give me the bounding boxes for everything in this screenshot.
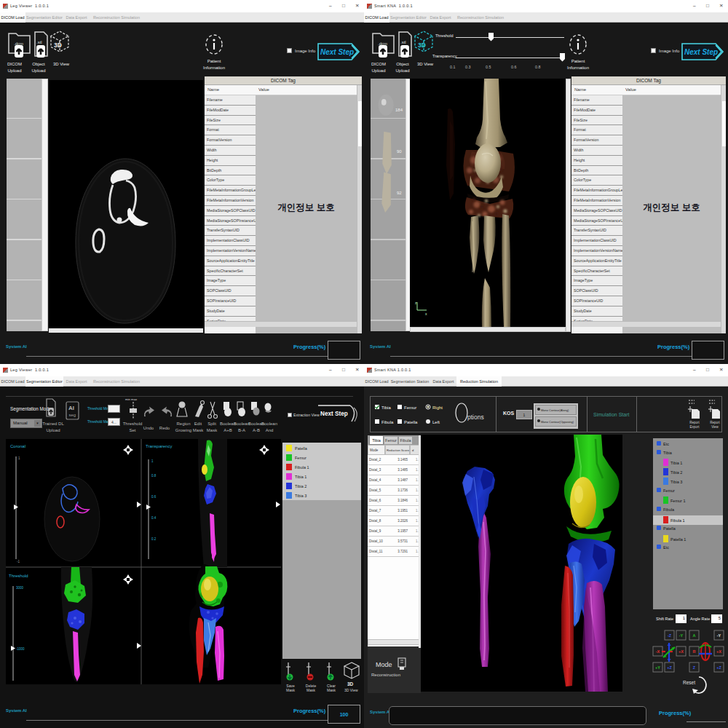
svg-text:x: x	[425, 312, 427, 316]
svg-text:Mask: Mask	[286, 688, 295, 692]
svg-text:3000: 3000	[16, 586, 24, 590]
svg-text:-Y: -Y	[679, 633, 684, 638]
svg-text:Etc: Etc	[663, 545, 669, 550]
svg-text:A: A	[693, 633, 696, 638]
svg-text:Tibia 1: Tibia 1	[295, 475, 306, 479]
svg-text:Patella 1: Patella 1	[670, 537, 686, 542]
svg-text:0.6: 0.6	[151, 495, 157, 499]
svg-text:Etc: Etc	[663, 442, 669, 446]
svg-text:Tibia 3: Tibia 3	[295, 494, 306, 498]
svg-text:+X: +X	[678, 649, 684, 654]
svg-text:1: 1	[151, 459, 154, 463]
svg-text:-Y: -Y	[717, 633, 721, 638]
svg-text:Femur: Femur	[404, 405, 416, 410]
svg-text:Next Step: Next Step	[320, 48, 354, 56]
svg-text:Mask: Mask	[306, 688, 315, 692]
svg-text:Export: Export	[689, 425, 700, 429]
svg-text:Tibia: Tibia	[663, 451, 673, 455]
svg-text:0.2: 0.2	[151, 537, 157, 541]
svg-text:Tibia 2: Tibia 2	[670, 470, 682, 475]
svg-text:Tibia 1: Tibia 1	[670, 461, 682, 465]
svg-text:Right: Right	[432, 405, 443, 410]
svg-text:Tibia 3: Tibia 3	[670, 480, 682, 484]
svg-text:Report: Report	[689, 421, 700, 424]
svg-text:Tibia: Tibia	[381, 405, 391, 410]
svg-text:Next Step: Next Step	[320, 411, 348, 417]
svg-text:seg: seg	[69, 413, 76, 417]
svg-text:ptions: ptions	[467, 414, 484, 421]
svg-text:Fibula: Fibula	[663, 507, 675, 512]
svg-text:Threshold: Threshold	[9, 574, 28, 578]
svg-text:Femur 1: Femur 1	[670, 499, 685, 503]
svg-text:3D: 3D	[347, 681, 354, 687]
svg-text:Coronal: Coronal	[10, 444, 25, 448]
svg-text:3D: 3D	[418, 41, 426, 49]
svg-text:-1000: -1000	[16, 647, 25, 651]
svg-text:Transparency: Transparency	[146, 444, 172, 448]
svg-text:3D View: 3D View	[344, 688, 358, 692]
svg-text:Patella: Patella	[404, 420, 418, 424]
svg-text:.stl: .stl	[400, 40, 406, 44]
svg-text:+Z: +Z	[716, 665, 721, 670]
svg-text:Fibula: Fibula	[381, 420, 394, 424]
svg-text:-X: -X	[656, 649, 660, 654]
svg-text:Next Step: Next Step	[684, 48, 718, 56]
svg-text:.stl: .stl	[36, 40, 42, 44]
svg-text:1: 1	[18, 456, 20, 460]
svg-text:+X: +X	[716, 649, 721, 654]
svg-text:3D: 3D	[54, 41, 62, 49]
svg-text:Tibia 2: Tibia 2	[295, 484, 306, 488]
svg-text:Patella: Patella	[663, 526, 676, 531]
svg-text:Femur: Femur	[663, 488, 675, 493]
svg-text:Left: Left	[432, 420, 440, 424]
svg-text:-1: -1	[17, 560, 20, 563]
svg-text:Femur: Femur	[295, 456, 306, 460]
svg-text:Patella: Patella	[295, 446, 308, 451]
svg-text:0.8: 0.8	[151, 474, 157, 478]
svg-text:Fibula 1: Fibula 1	[295, 465, 309, 470]
svg-text:AI: AI	[68, 405, 74, 411]
svg-text:0.4: 0.4	[151, 516, 157, 520]
svg-text:+Z: +Z	[667, 665, 672, 670]
svg-text:Fibula 1: Fibula 1	[670, 518, 685, 523]
svg-text:-Z: -Z	[668, 633, 672, 638]
svg-text:Report: Report	[710, 421, 720, 424]
svg-text:Mask: Mask	[327, 688, 336, 692]
svg-text:View: View	[711, 425, 719, 429]
svg-text:Reset: Reset	[683, 680, 695, 685]
svg-text:+Y: +Y	[655, 665, 660, 670]
svg-text:R: R	[693, 649, 696, 654]
